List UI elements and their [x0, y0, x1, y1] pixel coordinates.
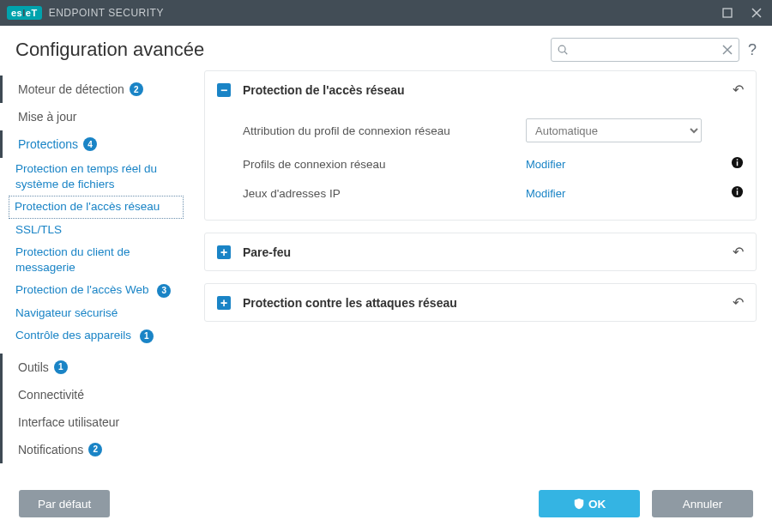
- undo-icon[interactable]: ↶: [733, 82, 744, 98]
- search-icon: [557, 44, 569, 56]
- footer: Par défaut OK Annuler: [0, 475, 772, 532]
- search-input[interactable]: [572, 44, 721, 57]
- undo-icon[interactable]: ↶: [733, 294, 744, 311]
- panel-header-network-attack[interactable]: + Protection contre les attaques réseau …: [205, 284, 756, 321]
- sidebar-item-protections[interactable]: Protections 4: [0, 130, 190, 158]
- cancel-button[interactable]: Annuler: [652, 490, 753, 517]
- sidebar-sub-ssl[interactable]: SSL/TLS: [0, 219, 190, 241]
- sidebar-item-ui[interactable]: Interface utilisateur: [0, 408, 190, 436]
- content-area: − Protection de l'accès réseau ↶ Attribu…: [190, 70, 757, 489]
- expand-icon: +: [217, 296, 231, 310]
- svg-rect-4: [737, 159, 739, 160]
- sidebar-sub-devices[interactable]: Contrôle des appareils 1: [0, 324, 190, 347]
- badge: 4: [83, 137, 97, 151]
- panel-header-network-access[interactable]: − Protection de l'accès réseau ↶: [205, 71, 756, 108]
- undo-icon[interactable]: ↶: [733, 244, 744, 260]
- row-profiles: Profils de connexion réseau Modifier: [243, 149, 744, 178]
- row-profile-assign: Attribution du profil de connexion résea…: [243, 112, 744, 149]
- sidebar-item-notifications[interactable]: Notifications 2: [0, 436, 190, 463]
- svg-rect-6: [737, 190, 739, 195]
- sidebar-sub-browser[interactable]: Navigateur sécurisé: [0, 302, 190, 324]
- default-button[interactable]: Par défaut: [19, 490, 110, 517]
- header: Configuration avancée ?: [0, 26, 772, 70]
- window-close-icon[interactable]: [748, 4, 765, 21]
- sidebar-item-label: Mise à jour: [18, 110, 76, 124]
- row-label: Attribution du profil de connexion résea…: [243, 124, 526, 137]
- profiles-edit-link[interactable]: Modifier: [526, 158, 565, 171]
- badge: 3: [157, 284, 171, 298]
- clear-search-icon[interactable]: [721, 44, 733, 56]
- badge: 1: [140, 329, 154, 343]
- sidebar-item-label: Contrôle des appareils: [15, 329, 131, 342]
- titlebar: esIeT ENDPOINT SECURITY: [0, 0, 772, 26]
- svg-rect-0: [723, 9, 732, 17]
- panel-firewall: + Pare-feu ↶: [204, 233, 757, 271]
- sidebar-item-label: Protections: [18, 137, 78, 151]
- help-icon[interactable]: ?: [748, 41, 757, 59]
- sidebar-item-label: Protection de l'accès Web: [15, 283, 148, 296]
- row-label: Jeux d'adresses IP: [243, 187, 526, 200]
- info-icon[interactable]: [731, 185, 744, 201]
- panel-network-attack: + Protection contre les attaques réseau …: [204, 283, 757, 322]
- profile-assign-select[interactable]: Automatique: [526, 118, 702, 142]
- svg-rect-3: [737, 161, 739, 166]
- panel-title: Pare-feu: [243, 245, 291, 259]
- ok-button-label: OK: [588, 498, 606, 511]
- ipsets-edit-link[interactable]: Modifier: [526, 187, 565, 200]
- expand-icon: +: [217, 245, 231, 259]
- panel-header-firewall[interactable]: + Pare-feu ↶: [205, 233, 756, 270]
- sidebar: Moteur de détection 2 Mise à jour Protec…: [0, 70, 190, 489]
- brand-logo: esIeT: [7, 6, 42, 20]
- sidebar-sub-mail[interactable]: Protection du client de messagerie: [0, 241, 190, 279]
- panel-network-access: − Protection de l'accès réseau ↶ Attribu…: [204, 70, 757, 221]
- info-icon[interactable]: [731, 156, 744, 172]
- search-box[interactable]: [551, 38, 739, 62]
- row-ip-sets: Jeux d'adresses IP Modifier: [243, 178, 744, 208]
- sidebar-item-label: Connectivité: [18, 388, 84, 402]
- sidebar-item-label: Notifications: [18, 443, 83, 456]
- svg-point-1: [558, 45, 565, 52]
- badge: 1: [54, 360, 68, 374]
- sidebar-item-detection[interactable]: Moteur de détection 2: [0, 76, 190, 103]
- sidebar-item-label: Interface utilisateur: [18, 415, 119, 429]
- window-maximize-icon[interactable]: [719, 4, 736, 21]
- sidebar-sub-network-access[interactable]: Protection de l'accès réseau: [9, 196, 184, 218]
- panel-title: Protection contre les attaques réseau: [243, 296, 457, 310]
- panel-title: Protection de l'accès réseau: [243, 83, 405, 97]
- product-name: ENDPOINT SECURITY: [49, 7, 164, 19]
- sidebar-item-label: Moteur de détection: [18, 82, 124, 96]
- badge: 2: [130, 82, 143, 96]
- sidebar-sub-web[interactable]: Protection de l'accès Web 3: [0, 279, 190, 301]
- sidebar-sub-realtime[interactable]: Protection en temps réel du système de f…: [0, 158, 190, 196]
- collapse-icon: −: [217, 83, 231, 97]
- sidebar-item-update[interactable]: Mise à jour: [0, 103, 190, 130]
- badge: 2: [88, 443, 102, 456]
- svg-rect-7: [737, 188, 739, 190]
- ok-button[interactable]: OK: [539, 490, 640, 517]
- sidebar-item-label: Outils: [18, 360, 49, 374]
- shield-icon: [573, 498, 585, 510]
- sidebar-item-connectivity[interactable]: Connectivité: [0, 381, 190, 408]
- page-title: Configuration avancée: [15, 39, 204, 61]
- sidebar-item-tools[interactable]: Outils 1: [0, 354, 190, 381]
- row-label: Profils de connexion réseau: [243, 158, 526, 171]
